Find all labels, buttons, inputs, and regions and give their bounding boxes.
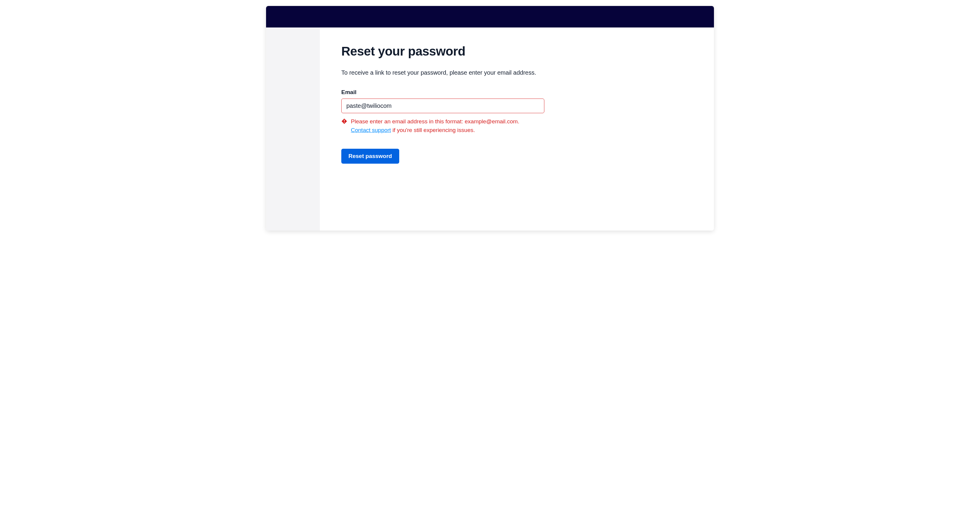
contact-support-link[interactable]: Contact support — [351, 127, 391, 133]
body-area: Reset your password To receive a link to… — [266, 27, 714, 231]
error-text: Please enter an email address in this fo… — [351, 117, 544, 134]
page-description: To receive a link to reset your password… — [341, 68, 692, 77]
email-form-group: Email Please enter an email address in t… — [341, 89, 544, 134]
app-container: Reset your password To receive a link to… — [266, 6, 714, 231]
top-navigation-bar — [266, 6, 714, 27]
main-content: Reset your password To receive a link to… — [320, 27, 714, 231]
error-message-text-1: Please enter an email address in this fo… — [351, 118, 519, 124]
email-label: Email — [341, 89, 544, 96]
svg-rect-0 — [344, 120, 345, 121]
email-field[interactable] — [341, 99, 544, 113]
error-message-text-2: if you're still experiencing issues. — [391, 127, 475, 133]
svg-point-1 — [344, 122, 345, 123]
page-title: Reset your password — [341, 44, 692, 59]
sidebar — [266, 27, 320, 231]
reset-password-button[interactable]: Reset password — [341, 149, 399, 164]
error-message: Please enter an email address in this fo… — [341, 117, 544, 134]
error-icon — [341, 118, 347, 127]
